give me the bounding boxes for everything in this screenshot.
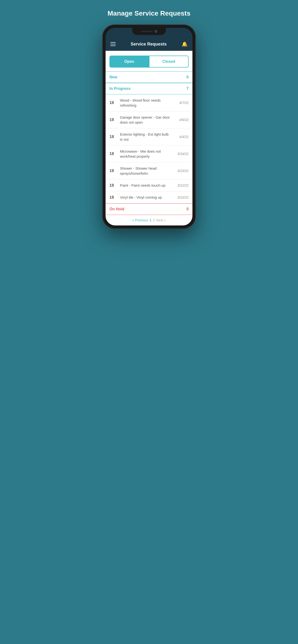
row-number: 18 — [109, 183, 117, 188]
in-progress-section-count: 7 — [186, 86, 189, 91]
table-row[interactable]: 18 Exterior lighting - Ext light bulb is… — [106, 128, 192, 146]
row-date: 3/24/22 — [175, 152, 189, 156]
row-number: 18 — [109, 195, 117, 200]
row-description: Garage door opener - Gar door does not o… — [120, 115, 172, 125]
phone-screen: Service Requests 🔔 Open Closed New 0 In … — [106, 28, 192, 226]
on-hold-section-count: 0 — [186, 207, 189, 211]
table-row[interactable]: 18 Garage door opener - Gar door does no… — [106, 112, 192, 128]
open-tab-button[interactable]: Open — [109, 56, 149, 68]
previous-page-link[interactable]: « Previous — [132, 218, 148, 222]
bell-icon[interactable]: 🔔 — [182, 41, 188, 47]
phone-notch — [132, 28, 166, 35]
row-description: Vinyl tile - Vinyl coming up — [120, 195, 172, 200]
on-hold-section-label: On Hold — [109, 207, 124, 211]
next-page-link[interactable]: Next » — [156, 218, 166, 222]
table-row[interactable]: 18 Wood - Wood floor needs refinishing 4… — [106, 94, 192, 112]
hamburger-menu-icon[interactable] — [110, 42, 116, 46]
app-title: Service Requests — [130, 42, 167, 47]
page-2-link[interactable]: 2 — [153, 218, 155, 222]
new-section-label: New — [109, 75, 117, 79]
row-date: 3/22/22 — [175, 184, 189, 187]
new-section-header: New 0 — [106, 72, 192, 83]
row-description: Paint - Paint needs touch-up — [120, 183, 172, 188]
in-progress-section-header: In Progress 7 — [106, 83, 192, 94]
page-1-link[interactable]: 1 — [150, 218, 152, 222]
on-hold-section-header: On Hold 0 — [106, 204, 192, 215]
row-number: 18 — [109, 118, 117, 122]
row-description: Shower - Shower head sprays/loose/brkn — [120, 166, 172, 176]
table-row[interactable]: 18 Paint - Paint needs touch-up 3/22/22 — [106, 180, 192, 192]
notch-speaker — [140, 31, 153, 32]
phone-shell: Service Requests 🔔 Open Closed New 0 In … — [102, 24, 196, 229]
row-date: 3/23/22 — [175, 169, 189, 173]
new-section-count: 0 — [186, 75, 189, 79]
row-date: 4/4/22 — [175, 135, 189, 139]
row-date: 4/7/22 — [175, 101, 189, 105]
row-description: Wood - Wood floor needs refinishing — [120, 98, 172, 108]
content-area: Open Closed New 0 In Progress 7 18 Wood … — [106, 51, 192, 226]
row-date: 4/6/22 — [175, 118, 189, 122]
table-row[interactable]: 18 Shower - Shower head sprays/loose/brk… — [106, 162, 192, 180]
in-progress-section-label: In Progress — [109, 86, 130, 91]
app-header: Service Requests 🔔 — [106, 38, 192, 51]
row-description: Exterior lighting - Ext light bulb is ou… — [120, 132, 172, 142]
closed-tab-button[interactable]: Closed — [149, 56, 189, 68]
table-row[interactable]: 18 Microwave - Mw does not work/heat pro… — [106, 146, 192, 162]
row-number: 18 — [109, 134, 117, 139]
notch-camera — [155, 30, 158, 33]
toggle-container: Open Closed — [106, 51, 192, 72]
page-title: Manage Service Requests — [107, 10, 191, 17]
table-row[interactable]: 18 Vinyl tile - Vinyl coming up 3/10/22 — [106, 192, 192, 204]
row-number: 18 — [109, 152, 117, 156]
row-description: Microwave - Mw does not work/heat proper… — [120, 149, 172, 159]
pagination: « Previous 1 2 Next » — [106, 215, 192, 226]
service-request-list: 18 Wood - Wood floor needs refinishing 4… — [106, 94, 192, 204]
row-number: 18 — [109, 168, 117, 173]
row-date: 3/10/22 — [175, 196, 189, 199]
row-number: 18 — [109, 100, 117, 105]
